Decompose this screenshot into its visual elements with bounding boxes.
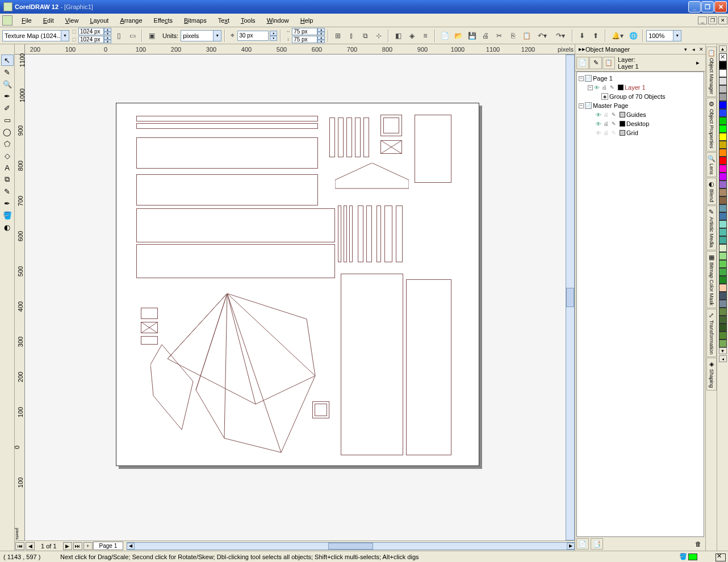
draw-complex-button[interactable]: ◈	[405, 30, 418, 42]
docker-collapse-button[interactable]: ◂	[689, 45, 697, 53]
options-button[interactable]: ≡	[419, 30, 432, 42]
new-layer-button[interactable]: 📄	[576, 538, 589, 550]
docker-menu-button[interactable]: ▾	[681, 45, 689, 53]
color-swatch[interactable]	[719, 268, 727, 276]
minimize-button[interactable]: _	[688, 1, 701, 12]
facing-pages-button[interactable]: ▣	[145, 30, 158, 42]
palette-flyout-button[interactable]: ◂	[719, 355, 727, 362]
color-swatch[interactable]	[719, 165, 727, 173]
zoom-combo[interactable]: 100%▼	[646, 30, 681, 41]
color-swatch[interactable]	[719, 284, 727, 292]
horizontal-ruler[interactable]: pixels2001000100200300400500600700800900…	[25, 44, 575, 54]
cut-button[interactable]: ✂	[493, 30, 505, 42]
tab-shaping[interactable]: ◈Shaping	[706, 358, 717, 391]
tab-object-properties[interactable]: ⚙Object Properties	[706, 98, 717, 152]
print-button[interactable]: 🖨	[479, 30, 492, 42]
tree-grid[interactable]: 👁🖨✎Grid	[579, 128, 702, 137]
menu-text[interactable]: Text	[212, 15, 235, 26]
color-swatch[interactable]	[719, 157, 727, 165]
page-height-input[interactable]: 1024 px	[78, 36, 104, 43]
fill-tool[interactable]: 🪣	[1, 209, 14, 221]
pick-tool[interactable]: ↖	[1, 54, 14, 66]
palette-down-button[interactable]: ▼	[719, 347, 727, 354]
docker-close-button[interactable]: ✕	[697, 45, 705, 53]
snap-guides-button[interactable]: ⫿	[345, 30, 358, 42]
mdi-close-button[interactable]: ✕	[718, 16, 727, 24]
color-swatch[interactable]	[719, 61, 727, 69]
menu-help[interactable]: Help	[295, 15, 319, 26]
color-swatch[interactable]	[719, 228, 727, 236]
object-tree[interactable]: −📄Page 1 −👁🖨✎Layer 1 ◈Group of 70 Object…	[576, 72, 704, 537]
mdi-minimize-button[interactable]: _	[698, 16, 707, 24]
color-swatch[interactable]	[719, 300, 727, 308]
vertical-ruler[interactable]: pixels1100100090080070060050040030020010…	[15, 54, 25, 540]
menu-bitmaps[interactable]: Bitmaps	[178, 15, 212, 26]
zoom-tool[interactable]: 🔍	[1, 78, 14, 90]
polygon-tool[interactable]: ⬠	[1, 138, 14, 149]
menu-tools[interactable]: Tools	[235, 15, 261, 26]
color-swatch[interactable]	[719, 220, 727, 228]
no-color-swatch[interactable]	[719, 53, 727, 61]
color-swatch[interactable]	[719, 308, 727, 316]
freehand-tool[interactable]: ✒	[1, 90, 14, 102]
redo-button[interactable]: ↷▾	[552, 30, 569, 42]
page-tab[interactable]: Page 1	[93, 542, 124, 550]
next-page-button[interactable]: ▶	[63, 542, 72, 550]
tab-bitmap-color-mask[interactable]: ▦Bitmap Color Mask	[706, 251, 717, 308]
undo-button[interactable]: ↶▾	[534, 30, 551, 42]
paper-preset-combo[interactable]: Texture Map (1024...▼	[2, 30, 69, 41]
interactive-blend-tool[interactable]: ⧉	[1, 174, 14, 185]
tree-guides[interactable]: 👁🖨✎Guides	[579, 110, 702, 119]
portrait-button[interactable]: ▯	[112, 30, 125, 42]
color-swatch[interactable]	[719, 252, 727, 260]
color-swatch[interactable]	[719, 173, 727, 181]
treat-as-filled-button[interactable]: ◧	[392, 30, 404, 42]
color-swatch[interactable]	[719, 276, 727, 284]
dup-x-input[interactable]: 75 px	[292, 28, 317, 35]
tab-blend[interactable]: ◐Blend	[706, 178, 717, 205]
paste-button[interactable]: 📋	[520, 30, 533, 42]
tree-group[interactable]: ◈Group of 70 Objects	[579, 92, 702, 101]
tab-transformation[interactable]: ⤢Transformation	[706, 309, 717, 357]
smart-drawing-tool[interactable]: ✐	[1, 102, 14, 114]
vertical-scrollbar[interactable]	[566, 54, 575, 540]
save-button[interactable]: 💾	[466, 30, 478, 42]
color-swatch[interactable]	[719, 236, 727, 244]
color-swatch[interactable]	[719, 101, 727, 109]
tree-master-page[interactable]: −📄Master Page	[579, 101, 702, 110]
menu-view[interactable]: View	[60, 15, 85, 26]
text-tool[interactable]: A	[1, 162, 14, 173]
import-button[interactable]: ⬇	[576, 30, 588, 42]
maximize-button[interactable]: ❐	[701, 1, 714, 12]
color-swatch[interactable]	[719, 212, 727, 220]
new-master-layer-button[interactable]: 📑	[591, 538, 603, 550]
fill-indicator[interactable]	[688, 553, 697, 560]
tree-page[interactable]: −📄Page 1	[579, 74, 702, 83]
menu-layout[interactable]: Layout	[84, 15, 114, 26]
add-page-button[interactable]: +	[83, 542, 93, 550]
corel-online-button[interactable]: 🌐	[627, 30, 639, 42]
color-swatch[interactable]	[719, 141, 727, 149]
color-swatch[interactable]	[719, 109, 727, 117]
mdi-restore-button[interactable]: ❐	[708, 16, 717, 24]
color-swatch[interactable]	[719, 149, 727, 157]
horizontal-scrollbar[interactable]: ◀▶	[127, 542, 575, 550]
color-swatch[interactable]	[719, 69, 727, 77]
tab-object-manager[interactable]: 📋Object Manager	[706, 47, 717, 97]
color-swatch[interactable]	[719, 260, 727, 268]
menu-file[interactable]: File	[16, 15, 37, 26]
delete-button[interactable]: 🗑	[692, 538, 704, 550]
tree-layer1[interactable]: −👁🖨✎Layer 1	[579, 83, 702, 92]
first-page-button[interactable]: ⏮	[15, 542, 24, 550]
tree-desktop[interactable]: 👁🖨✎Desktop	[579, 119, 702, 128]
menu-edit[interactable]: Edit	[37, 15, 60, 26]
color-swatch[interactable]	[719, 188, 727, 196]
new-button[interactable]: 📄	[438, 30, 451, 42]
page-width-input[interactable]: 1024 px	[78, 28, 104, 35]
landscape-button[interactable]: ▭	[126, 30, 139, 42]
basic-shapes-tool[interactable]: ◇	[1, 150, 14, 161]
color-swatch[interactable]	[719, 339, 727, 347]
color-swatch[interactable]	[719, 332, 727, 339]
dynamic-guides-button[interactable]: ⊹	[373, 30, 385, 42]
tab-lens[interactable]: 🔍Lens	[706, 152, 717, 178]
